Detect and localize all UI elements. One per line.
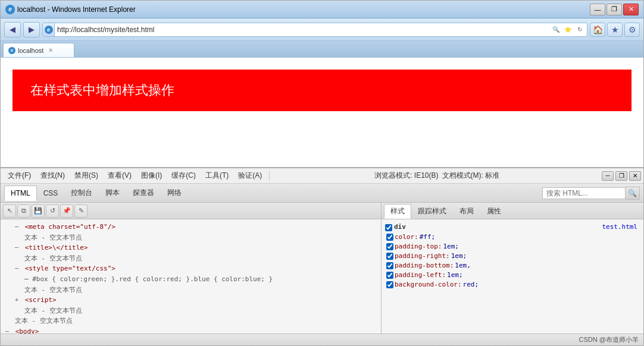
minimize-button[interactable]: — (590, 4, 605, 15)
search-suggestions-icon[interactable]: 🔍 (551, 24, 561, 35)
home-button[interactable]: 🏠 (590, 23, 605, 37)
style-selector-checkbox[interactable] (385, 224, 392, 231)
back-button[interactable]: ◀ (4, 22, 21, 37)
styles-panel-tab-props[interactable]: 属性 (480, 204, 508, 219)
tree-item-script[interactable]: + <script> (3, 295, 379, 306)
tree-item-text2[interactable]: 文本 - 空文本节点 (3, 253, 379, 264)
menu-view[interactable]: 查看(V) (103, 169, 136, 182)
style-val-padding-top: 1em; (443, 243, 459, 250)
address-input[interactable] (55, 26, 551, 34)
style-checkbox-color[interactable] (386, 234, 393, 241)
styles-panel-tab-trace[interactable]: 跟踪样式 (411, 204, 453, 219)
style-rule-padding-left: padding-left: 1em; (384, 270, 641, 279)
style-rule-color: color: #ff; (384, 232, 641, 241)
tree-item-title[interactable]: ─ <title>\</title> (3, 243, 379, 253)
bottom-bar: CSDN @布道师小羊 (1, 334, 643, 345)
style-checkbox-padding-top[interactable] (386, 243, 393, 250)
undo-button[interactable]: ↺ (46, 205, 59, 218)
styles-panel-tabs: 样式 跟踪样式 布局 属性 (382, 203, 643, 219)
navbar: ◀ ▶ e 🔍 ⭐ ↻ 🏠 ★ ⚙ (1, 18, 643, 41)
dt-minimize-button[interactable]: ─ (602, 171, 614, 181)
devtools-window-controls: ─ ❐ ✕ (602, 171, 641, 181)
devtools-tab-console[interactable]: 控制台 (64, 185, 99, 201)
menu-find[interactable]: 查找(N) (36, 169, 70, 182)
tree-item-body[interactable]: ─ <body> (3, 326, 379, 334)
pin-button[interactable]: 📌 (60, 205, 73, 218)
page-icon: e (43, 23, 55, 36)
window-title: localhost - Windows Internet Explorer (17, 5, 136, 14)
tab-localhost[interactable]: e localhost ✕ (3, 43, 74, 57)
tools-button[interactable]: ⚙ (624, 23, 640, 37)
navbar-right: 🏠 ★ ⚙ (590, 23, 640, 37)
page-heading: 在样式表中增加样式操作 (12, 70, 632, 111)
style-checkbox-padding-bottom[interactable] (386, 262, 393, 269)
save-button[interactable]: 💾 (32, 205, 45, 218)
browser-window: e localhost - Windows Internet Explorer … (0, 0, 644, 346)
style-source[interactable]: test.html (599, 222, 640, 231)
tree-item-style[interactable]: ─ <style type="text/css"> (3, 263, 379, 274)
style-val-padding-bottom: 1em, (455, 262, 471, 269)
style-selector: div (394, 223, 406, 231)
devtools-tabs-bar: HTML CSS 控制台 脚本 探查器 网络 🔍 (1, 184, 643, 203)
menu-disable[interactable]: 禁用(S) (70, 169, 103, 182)
menu-file[interactable]: 文件(F) (3, 169, 36, 182)
cursor-tool-button[interactable]: ↖ (3, 205, 16, 218)
select-element-button[interactable]: ⧉ (17, 205, 30, 218)
devtools-menubar: 文件(F) 查找(N) 禁用(S) 查看(V) 图像(I) 缓存(C) 工具(T… (1, 168, 643, 184)
menu-tools[interactable]: 工具(T) (201, 169, 233, 182)
style-val-padding-right: 1em; (451, 252, 467, 260)
dt-close-button[interactable]: ✕ (629, 171, 641, 181)
html-tree[interactable]: ─ <meta charset="utf-8"/> 文本 - 空文本节点 ─ <… (1, 219, 381, 334)
browser-mode-label[interactable]: 浏览器模式: IE10(B) (374, 171, 438, 181)
styles-panel-tab-layout[interactable]: 布局 (453, 204, 480, 219)
edit-button[interactable]: ✎ (74, 205, 87, 218)
devtools-tab-profiler[interactable]: 探查器 (126, 185, 161, 201)
text-node: ─ #box { color:green; }.red { color:red;… (24, 275, 273, 283)
bookmark-icon[interactable]: ⭐ (562, 24, 573, 35)
refresh-icon[interactable]: ↻ (574, 24, 585, 35)
menu-cache[interactable]: 缓存(C) (167, 169, 201, 182)
tree-item-text1[interactable]: 文本 - 空文本节点 (3, 232, 379, 243)
text-node: 文本 - 空文本节点 (24, 286, 82, 294)
tree-item-meta[interactable]: ─ <meta charset="utf-8"/> (3, 222, 379, 232)
doc-mode-label[interactable]: 文档模式(M): 标准 (442, 171, 500, 181)
styles-content: div test.html color: #ff; padding-top: (382, 219, 643, 334)
style-prop-padding-bottom: padding-bottom: (395, 262, 454, 269)
style-checkbox-padding-right[interactable] (386, 253, 393, 260)
address-icons: 🔍 ⭐ ↻ (551, 24, 587, 35)
style-checkbox-padding-left[interactable] (386, 272, 393, 279)
style-val-padding-left: 1em; (447, 271, 463, 279)
html-toolbar: ↖ ⧉ 💾 ↺ 📌 ✎ (1, 203, 381, 219)
tree-item-style-content[interactable]: ─ #box { color:green; }.red { color:red;… (3, 274, 379, 285)
tab-close-button[interactable]: ✕ (48, 47, 53, 54)
devtools-search-input[interactable] (542, 187, 626, 199)
devtools-tab-css[interactable]: CSS (37, 185, 65, 201)
tag-script: <script> (25, 296, 57, 304)
menu-image[interactable]: 图像(I) (136, 169, 167, 182)
close-button[interactable]: ✕ (623, 4, 639, 15)
page-favicon: e (45, 26, 53, 34)
devtools-tab-network[interactable]: 网络 (161, 185, 188, 201)
titlebar-left: e localhost - Windows Internet Explorer (5, 5, 136, 14)
style-prop-color: color: (395, 233, 418, 241)
tree-item-text5[interactable]: 文本 - 空文本节点 (3, 316, 379, 326)
devtools-tab-script[interactable]: 脚本 (99, 185, 126, 201)
devtools-search-button[interactable]: 🔍 (626, 187, 640, 200)
menu-validate[interactable]: 验证(A) (233, 169, 267, 182)
text-node: 文本 - 空文本节点 (24, 307, 82, 314)
devtools-tab-html[interactable]: HTML (4, 185, 37, 201)
style-rule-padding-bottom: padding-bottom: 1em, (384, 260, 641, 270)
style-prop-background-color: background-color: (395, 281, 462, 288)
dt-restore-button[interactable]: ❐ (615, 171, 627, 181)
page-content: 在样式表中增加样式操作 (1, 58, 643, 167)
styles-panel-tab-styles[interactable]: 样式 (384, 204, 411, 219)
bottom-credit: CSDN @布道师小羊 (579, 335, 639, 344)
tree-item-text4[interactable]: 文本 - 空文本节点 (3, 306, 379, 316)
text-node: 文本 - 空文本节点 (24, 234, 82, 241)
restore-button[interactable]: ❐ (607, 4, 622, 15)
favorites-button[interactable]: ★ (607, 23, 623, 37)
style-checkbox-background-color[interactable] (386, 281, 393, 288)
forward-button[interactable]: ▶ (23, 22, 40, 37)
tree-item-text3[interactable]: 文本 - 空文本节点 (3, 285, 379, 295)
address-bar: e 🔍 ⭐ ↻ (42, 23, 587, 37)
